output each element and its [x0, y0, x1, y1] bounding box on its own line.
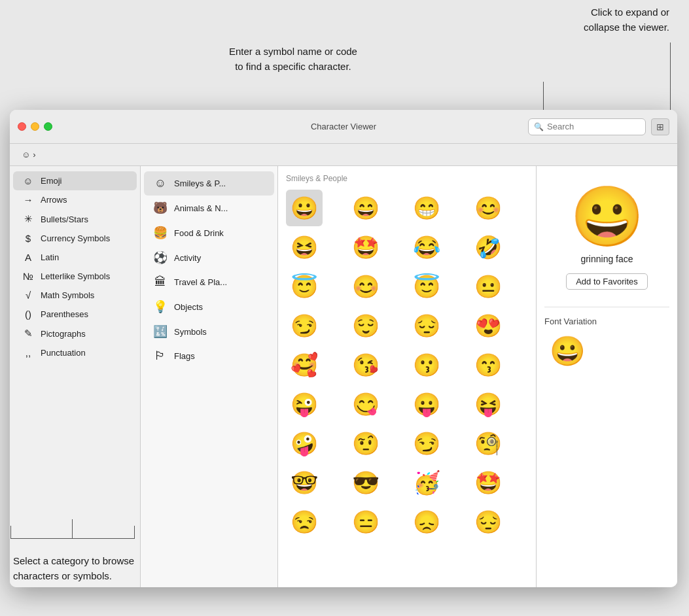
sidebar-item-currency[interactable]: $ Currency Symbols [13, 229, 137, 248]
emoji-cell[interactable]: 😜 [286, 386, 323, 422]
emoji-cell[interactable]: 😌 [347, 307, 384, 344]
search-input[interactable] [547, 122, 640, 131]
emoji-section-title: Smileys & People [286, 174, 528, 183]
sidebar-item-emoji[interactable]: ☺ Emoji [13, 171, 137, 190]
sidebar-icon-emoji: ☺ [22, 175, 34, 186]
category-label-objects: Objects [174, 302, 203, 312]
emoji-cell[interactable]: 🥳 [408, 464, 445, 501]
sidebar-item-letterlike[interactable]: № Letterlike Symbols [13, 267, 137, 286]
window-title: Character Viewer [311, 122, 376, 131]
emoji-cell[interactable]: 😔 [470, 504, 506, 540]
emoji-cell[interactable]: 😐 [470, 268, 506, 305]
sidebar-label-emoji: Emoji [41, 176, 62, 186]
emoji-grid: 😀😄😁😊😆🤩😂🤣😇😊😇😐😏😌😔😍🥰😘😗😙😜😋😛😝🤪🤨😏🧐🤓😎🥳🤩😒😑😞😔 [286, 190, 528, 540]
search-icon: 🔍 [534, 122, 544, 131]
main-content: ☺ Emoji→ Arrows✳ Bullets/Stars$ Currency… [10, 166, 677, 587]
emoji-cell[interactable]: 😄 [347, 190, 384, 226]
sidebar-item-punctuation[interactable]: ,, Punctuation [13, 343, 137, 362]
sidebar-icon-punctuation: ,, [22, 347, 34, 358]
add-to-favorites-button[interactable]: Add to Favorites [566, 273, 648, 290]
detail-name: grinning face [580, 254, 633, 264]
category-icon-objects: 💡 [153, 299, 168, 314]
emoji-cell[interactable]: 😋 [347, 386, 384, 422]
sidebar-icon-currency: $ [22, 233, 34, 244]
maximize-button[interactable] [44, 122, 52, 131]
detail-emoji-large: 😀 [571, 187, 644, 246]
emoji-cell[interactable]: 😙 [470, 347, 506, 383]
toolbar-menu-button[interactable]: ☺ › [18, 148, 40, 161]
annotation-search: Enter a symbol name or codeto find a spe… [229, 44, 357, 74]
sidebar-label-letterlike: Letterlike Symbols [41, 271, 110, 281]
emoji-cell[interactable]: 😛 [408, 386, 445, 422]
sidebar-item-math[interactable]: √ Math Symbols [13, 286, 137, 305]
sidebar-label-parentheses: Parentheses [41, 309, 88, 319]
emoji-cell[interactable]: 😇 [286, 268, 323, 305]
category-icon-animals: 🐻 [153, 201, 168, 215]
emoji-cell[interactable]: 🤩 [470, 464, 506, 501]
category-label-smileys: Smileys & P... [174, 179, 226, 188]
detail-panel: 😀 grinning face Add to Favorites Font Va… [537, 166, 677, 587]
sidebar-item-parentheses[interactable]: () Parentheses [13, 305, 137, 324]
emoji-cell[interactable]: 😊 [347, 268, 384, 305]
sidebar-label-bullets: Bullets/Stars [41, 214, 88, 224]
toolbar-emoji-icon: ☺ [22, 150, 30, 160]
sidebar-label-math: Math Symbols [41, 290, 94, 300]
sidebar-item-bullets[interactable]: ✳ Bullets/Stars [13, 209, 137, 229]
emoji-cell[interactable]: 😘 [347, 347, 384, 383]
emoji-cell[interactable]: 😂 [408, 229, 445, 265]
category-item-animals[interactable]: 🐻 Animals & N... [144, 196, 274, 220]
category-item-travel[interactable]: 🏛 Travel & Pla... [144, 270, 274, 294]
category-icon-flags: 🏳 [153, 349, 168, 363]
sidebar-item-latin[interactable]: A Latin [13, 248, 137, 267]
sidebar-icon-bullets: ✳ [22, 213, 34, 225]
emoji-cell[interactable]: 😁 [408, 190, 445, 226]
emoji-cell[interactable]: 🤣 [470, 229, 506, 265]
emoji-cell[interactable]: 😞 [408, 504, 445, 540]
emoji-cell[interactable]: 🤩 [347, 229, 384, 265]
category-item-objects[interactable]: 💡 Objects [144, 294, 274, 319]
sidebar-item-pictographs[interactable]: ✎ Pictographs [13, 324, 137, 343]
emoji-cell[interactable]: 🤪 [286, 425, 323, 462]
emoji-cell[interactable]: 😗 [408, 347, 445, 383]
emoji-cell[interactable]: 😏 [286, 307, 323, 344]
category-item-symbols[interactable]: 🔣 Symbols [144, 319, 274, 344]
category-item-smileys[interactable]: ☺ Smileys & P... [144, 171, 274, 196]
annotation-expand-collapse: Click to expand orcollapse the viewer. [584, 5, 669, 35]
emoji-cell[interactable]: 😏 [408, 425, 445, 462]
annotation-category-browse: Select a category to browsecharacters or… [13, 554, 134, 583]
emoji-cell[interactable]: 🥰 [286, 347, 323, 383]
sidebar-label-punctuation: Punctuation [41, 348, 86, 358]
bottom-line [72, 519, 73, 539]
emoji-cell[interactable]: 😇 [408, 268, 445, 305]
category-item-activity[interactable]: ⚽ Activity [144, 245, 274, 270]
sidebar-icon-latin: A [22, 252, 34, 263]
minimize-button[interactable] [31, 122, 39, 131]
sidebar-item-arrows[interactable]: → Arrows [13, 190, 137, 209]
expand-icon: ⊞ [656, 122, 664, 132]
sidebar: ☺ Emoji→ Arrows✳ Bullets/Stars$ Currency… [10, 166, 141, 587]
close-button[interactable] [18, 122, 26, 131]
annotation-line-right [670, 43, 671, 111]
emoji-cell[interactable]: 😀 [286, 190, 323, 226]
emoji-grid-panel: Smileys & People 😀😄😁😊😆🤩😂🤣😇😊😇😐😏😌😔😍🥰😘😗😙😜😋😛… [278, 166, 537, 587]
emoji-cell[interactable]: 😊 [470, 190, 506, 226]
search-box[interactable]: 🔍 [528, 118, 646, 135]
expand-collapse-button[interactable]: ⊞ [651, 118, 669, 135]
emoji-cell[interactable]: 🤨 [347, 425, 384, 462]
emoji-cell[interactable]: 😍 [470, 307, 506, 344]
category-icon-activity: ⚽ [153, 250, 168, 265]
emoji-cell[interactable]: 😑 [347, 504, 384, 540]
titlebar-right: 🔍 ⊞ [528, 118, 669, 135]
emoji-cell[interactable]: 😎 [347, 464, 384, 501]
emoji-cell[interactable]: 🤓 [286, 464, 323, 501]
emoji-cell[interactable]: 😒 [286, 504, 323, 540]
emoji-cell[interactable]: 🧐 [470, 425, 506, 462]
category-item-food[interactable]: 🍔 Food & Drink [144, 220, 274, 245]
sidebar-icon-letterlike: № [22, 271, 34, 282]
toolbar-chevron: › [33, 150, 35, 160]
emoji-cell[interactable]: 😆 [286, 229, 323, 265]
emoji-cell[interactable]: 😔 [408, 307, 445, 344]
emoji-cell[interactable]: 😝 [470, 386, 506, 422]
category-item-flags[interactable]: 🏳 Flags [144, 344, 274, 368]
sidebar-icon-pictographs: ✎ [22, 328, 34, 339]
